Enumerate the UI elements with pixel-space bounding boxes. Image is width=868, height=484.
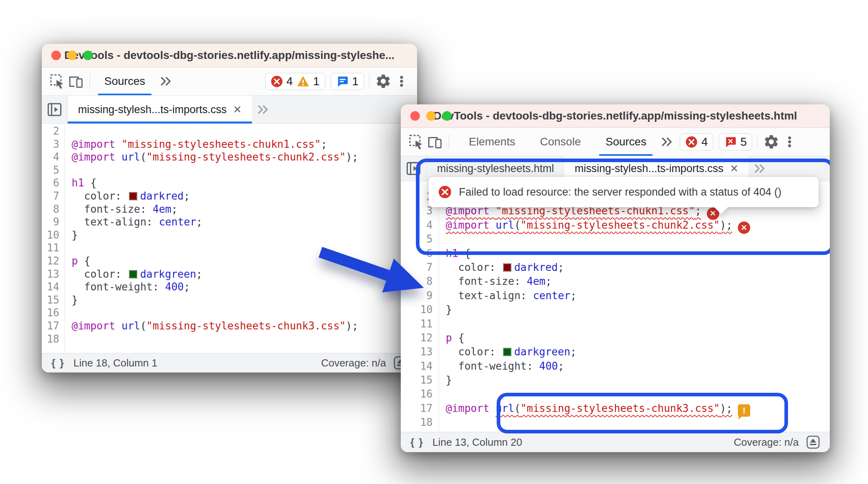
line-number[interactable]: 13 xyxy=(401,345,433,359)
line-number[interactable]: 5 xyxy=(42,164,59,177)
eject-icon[interactable] xyxy=(806,435,820,449)
coverage-label: Coverage: n/a xyxy=(734,436,799,449)
devtools-window-html-file: DevTools - devtools-dbg-stories.netlify.… xyxy=(401,104,830,452)
code-token: "missing-stylesheets-chunk3.css" xyxy=(146,320,346,332)
pretty-print-icon[interactable]: { } xyxy=(51,357,64,369)
errors-badge[interactable]: 4 xyxy=(680,133,713,151)
line-number[interactable]: 16 xyxy=(42,306,59,319)
more-tabs-icon[interactable] xyxy=(252,96,273,123)
inspect-element-icon[interactable] xyxy=(48,72,66,90)
code-token: ); xyxy=(720,402,732,414)
code-token xyxy=(446,360,458,372)
line-number[interactable]: 13 xyxy=(42,268,59,281)
window-title: DevTools - devtools-dbg-stories.netlify.… xyxy=(64,49,395,62)
code-token: : xyxy=(153,281,165,293)
more-panels-icon[interactable] xyxy=(656,136,677,147)
traffic-lights xyxy=(51,51,93,60)
line-number[interactable]: 15 xyxy=(401,373,433,387)
devtools-toolbar: Sources 4 1 xyxy=(42,67,417,96)
code-token: ; xyxy=(321,138,327,150)
code-token: ( xyxy=(514,219,521,231)
line-number[interactable]: 12 xyxy=(42,255,59,268)
code-editor[interactable]: 23456789101112131415161718 @import "miss… xyxy=(401,181,830,432)
color-swatch xyxy=(129,192,137,200)
tab-sources[interactable]: Sources xyxy=(95,67,155,95)
error-icon[interactable]: ✕ xyxy=(738,221,750,234)
line-number[interactable]: 8 xyxy=(42,203,59,216)
line-number[interactable]: 10 xyxy=(42,229,59,242)
settings-gear-icon[interactable] xyxy=(374,72,392,90)
zoom-window-button[interactable] xyxy=(442,111,452,121)
close-tab-icon[interactable]: ✕ xyxy=(233,104,242,115)
line-number[interactable]: 4 xyxy=(42,151,59,164)
line-number[interactable]: 2 xyxy=(401,190,433,204)
more-panels-icon[interactable] xyxy=(155,76,176,87)
kebab-menu-icon[interactable] xyxy=(780,133,799,151)
titlebar[interactable]: DevTools - devtools-dbg-stories.netlify.… xyxy=(42,44,417,67)
code-token xyxy=(446,346,458,358)
warning-icon[interactable]: ! xyxy=(738,404,750,417)
code-token: h1 xyxy=(446,247,464,259)
kebab-menu-icon[interactable] xyxy=(392,72,411,90)
line-number[interactable]: 14 xyxy=(401,359,433,373)
line-number[interactable]: 2 xyxy=(42,125,59,138)
line-number[interactable]: 7 xyxy=(42,190,59,203)
divider xyxy=(369,74,369,89)
line-number[interactable]: 16 xyxy=(401,387,433,401)
code-line: } xyxy=(446,373,830,387)
line-number[interactable]: 11 xyxy=(42,241,59,255)
line-number[interactable]: 3 xyxy=(42,138,59,151)
line-number[interactable]: 6 xyxy=(42,176,59,190)
line-number[interactable]: 3 xyxy=(401,204,433,218)
titlebar[interactable]: DevTools - devtools-dbg-stories.netlify.… xyxy=(401,104,830,128)
close-window-button[interactable] xyxy=(51,51,61,60)
minimize-window-button[interactable] xyxy=(67,51,77,60)
settings-gear-icon[interactable] xyxy=(762,133,780,151)
minimize-window-button[interactable] xyxy=(426,111,436,121)
line-number[interactable]: 15 xyxy=(42,294,59,307)
code-token: @import xyxy=(72,138,121,150)
device-toolbar-icon[interactable] xyxy=(66,72,85,90)
code-token: "missing-stylesheets-chukn1.css" xyxy=(121,138,321,150)
line-number[interactable]: 9 xyxy=(42,216,59,229)
code-token: color xyxy=(458,261,489,273)
line-number[interactable]: 18 xyxy=(42,333,59,346)
line-number[interactable]: 14 xyxy=(42,280,59,294)
color-swatch xyxy=(129,270,137,278)
code-token: } xyxy=(72,294,78,306)
code-line xyxy=(72,333,417,346)
tab-console[interactable]: Console xyxy=(531,128,591,156)
tab-sources[interactable]: Sources xyxy=(596,128,656,156)
issues-badge[interactable]: 5 xyxy=(719,133,752,151)
code-token: ); xyxy=(346,320,358,332)
line-number[interactable]: 17 xyxy=(401,402,433,415)
close-window-button[interactable] xyxy=(410,111,420,121)
show-navigator-icon[interactable] xyxy=(42,96,68,123)
pretty-print-icon[interactable]: { } xyxy=(410,436,423,449)
line-number[interactable]: 4 xyxy=(401,218,433,232)
line-number[interactable]: 12 xyxy=(401,331,433,345)
device-toolbar-icon[interactable] xyxy=(425,133,444,151)
code-token: text-align xyxy=(84,216,146,228)
zoom-window-button[interactable] xyxy=(83,51,93,60)
tab-elements[interactable]: Elements xyxy=(459,128,525,156)
code-pane[interactable]: @import "missing-stylesheets-chukn1.css"… xyxy=(439,181,830,432)
code-token xyxy=(446,275,458,287)
code-token: ( xyxy=(140,320,146,332)
cursor-position: Line 18, Column 1 xyxy=(73,357,157,369)
close-tab-icon[interactable]: ✕ xyxy=(730,163,739,174)
code-line: @import url("missing-stylesheets-chunk2.… xyxy=(72,151,417,164)
errors-warnings-badge[interactable]: 4 1 xyxy=(265,73,325,90)
inspect-element-icon[interactable] xyxy=(407,133,425,151)
tab-label: Elements xyxy=(469,135,515,148)
error-icon xyxy=(271,75,283,88)
show-navigator-icon[interactable] xyxy=(401,156,427,181)
line-number[interactable]: 17 xyxy=(42,319,59,333)
line-number[interactable]: 18 xyxy=(401,415,433,429)
code-line: p { xyxy=(446,331,830,345)
file-tab-css-imports[interactable]: missing-stylesh...ts-imports.css ✕ xyxy=(68,96,252,123)
console-messages-badge[interactable]: 1 xyxy=(331,73,364,90)
code-line xyxy=(446,387,830,401)
code-token: p xyxy=(446,332,458,344)
line-number[interactable]: 11 xyxy=(401,317,433,331)
